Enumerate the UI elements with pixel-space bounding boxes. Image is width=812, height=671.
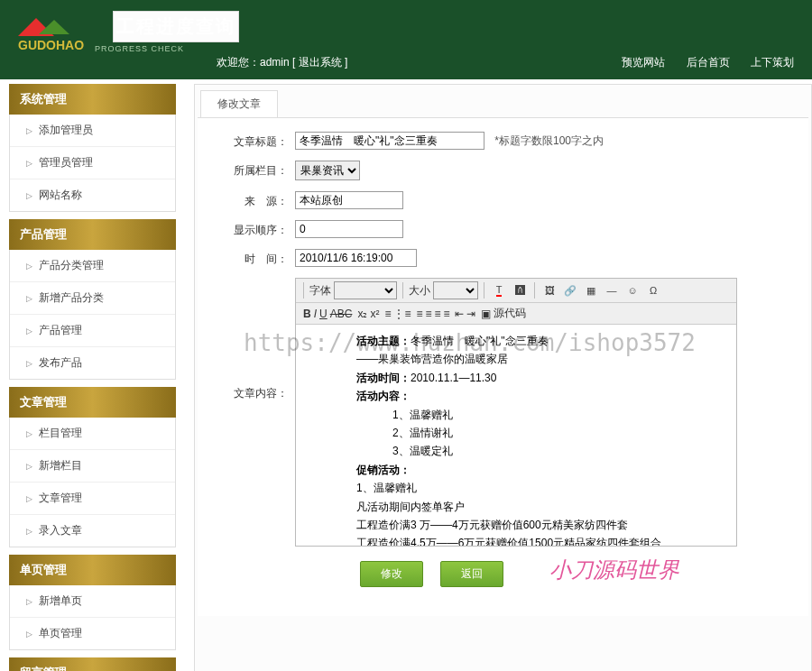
align-left-icon[interactable]: ≡: [416, 308, 422, 320]
sidebar-header-0: 系统管理: [9, 84, 176, 115]
sidebar-item-1-1[interactable]: 新增产品分类: [10, 282, 175, 315]
sidebar-header-4: 留言管理: [9, 657, 176, 671]
input-source[interactable]: [295, 191, 403, 209]
sidebar-item-1-3[interactable]: 发布产品: [10, 347, 175, 379]
sidebar-item-2-1[interactable]: 新增栏目: [10, 450, 175, 483]
svg-text:GUDOHAO: GUDOHAO: [18, 38, 84, 52]
logo-icon: GUDOHAO: [14, 9, 86, 54]
source-icon[interactable]: ▣: [481, 308, 491, 320]
welcome-text: 欢迎您：admin [ 退出系统 ]: [217, 55, 347, 70]
top-header: GUDOHAO 工程进度查询 PROGRESS CHECK 欢迎您：admin …: [0, 0, 812, 79]
label-source: 来 源：: [225, 191, 288, 209]
underline-icon[interactable]: U: [319, 308, 328, 320]
select-size[interactable]: [433, 281, 478, 299]
table-icon[interactable]: ▦: [582, 281, 600, 299]
sidebar-item-2-2[interactable]: 文章管理: [10, 483, 175, 515]
logo-area: GUDOHAO 工程进度查询 PROGRESS CHECK: [14, 9, 239, 54]
editor-toolbar-1: 字体 大小 T 🅰 🖼 🔗 ▦ —: [296, 279, 736, 303]
label-title: 文章标题：: [225, 132, 288, 150]
back-button[interactable]: 返回: [440, 561, 503, 587]
title-hint: *标题字数限100字之内: [494, 134, 604, 147]
emoji-icon[interactable]: ☺: [623, 281, 641, 299]
source-btn[interactable]: 源代码: [494, 306, 526, 321]
indent-icon[interactable]: ⇥: [466, 308, 475, 320]
image-icon[interactable]: 🖼: [540, 281, 558, 299]
select-column[interactable]: 果巢资讯: [295, 161, 360, 180]
sidebar-item-1-2[interactable]: 产品管理: [10, 315, 175, 347]
main-panel: 修改文章 文章标题： *标题字数限100字之内 所属栏目： 果巢资讯 来 源：: [194, 84, 812, 671]
site-title: 工程进度查询: [113, 11, 239, 42]
subscript-icon[interactable]: x₂: [357, 308, 367, 320]
link-icon[interactable]: 🔗: [561, 281, 579, 299]
save-button[interactable]: 修改: [360, 561, 423, 587]
tab-edit-article[interactable]: 修改文章: [200, 90, 278, 117]
bg-color-icon[interactable]: 🅰: [511, 281, 529, 299]
sidebar: 系统管理添加管理员管理员管理网站名称产品管理产品分类管理新增产品分类产品管理发布…: [9, 84, 176, 671]
sidebar-header-1: 产品管理: [9, 219, 176, 250]
sidebar-item-1-0[interactable]: 产品分类管理: [10, 250, 175, 282]
label-column: 所属栏目：: [225, 161, 288, 179]
align-justify-icon[interactable]: ≡: [443, 308, 449, 320]
input-order[interactable]: [295, 220, 403, 238]
italic-icon[interactable]: I: [314, 308, 317, 320]
sidebar-item-0-2[interactable]: 网站名称: [10, 179, 175, 211]
special-icon[interactable]: Ω: [644, 281, 662, 299]
top-nav: 预览网站 后台首页 上下策划: [604, 55, 794, 70]
strike-icon[interactable]: ABC: [330, 308, 353, 320]
hr-icon[interactable]: —: [603, 281, 621, 299]
sidebar-item-0-0[interactable]: 添加管理员: [10, 115, 175, 147]
label-order: 显示顺序：: [225, 220, 288, 238]
sidebar-header-2: 文章管理: [9, 387, 176, 418]
logout-link[interactable]: 退出系统: [299, 56, 342, 69]
nav-preview[interactable]: 预览网站: [622, 56, 665, 69]
superscript-icon[interactable]: x²: [370, 308, 379, 320]
font-color-icon[interactable]: T: [490, 281, 508, 299]
ul-icon[interactable]: ⋮≡: [393, 308, 411, 320]
sidebar-header-3: 单页管理: [9, 555, 176, 585]
sidebar-item-3-0[interactable]: 新增单页: [10, 585, 175, 618]
nav-home[interactable]: 后台首页: [687, 56, 730, 69]
input-time[interactable]: [295, 249, 417, 267]
editor-content[interactable]: 活动主题：冬季温情 暖心"礼"念三重奏 ——果巢装饰营造你的温暖家居 活动时间：…: [296, 325, 736, 546]
align-right-icon[interactable]: ≡: [434, 308, 440, 320]
editor-toolbar-2: B I U ABC x₂ x² ≡ ⋮≡ ≡ ≡: [296, 303, 736, 325]
sidebar-item-2-3[interactable]: 录入文章: [10, 515, 175, 547]
bold-icon[interactable]: B: [303, 308, 311, 320]
input-article-title[interactable]: [295, 132, 484, 150]
sidebar-item-0-1[interactable]: 管理员管理: [10, 147, 175, 179]
rich-text-editor: 字体 大小 T 🅰 🖼 🔗 ▦ —: [295, 278, 737, 547]
nav-strategy[interactable]: 上下策划: [751, 56, 794, 69]
label-time: 时 间：: [225, 249, 288, 267]
outdent-icon[interactable]: ⇤: [455, 308, 464, 320]
watermark-brand: 小刀源码世界: [549, 558, 679, 582]
site-subtitle: PROGRESS CHECK: [95, 44, 239, 53]
sidebar-item-2-0[interactable]: 栏目管理: [10, 418, 175, 450]
select-font[interactable]: [334, 281, 397, 299]
label-content: 文章内容：: [225, 278, 288, 401]
sidebar-item-3-1[interactable]: 单页管理: [10, 618, 175, 649]
ol-icon[interactable]: ≡: [384, 308, 391, 320]
align-center-icon[interactable]: ≡: [425, 308, 431, 320]
